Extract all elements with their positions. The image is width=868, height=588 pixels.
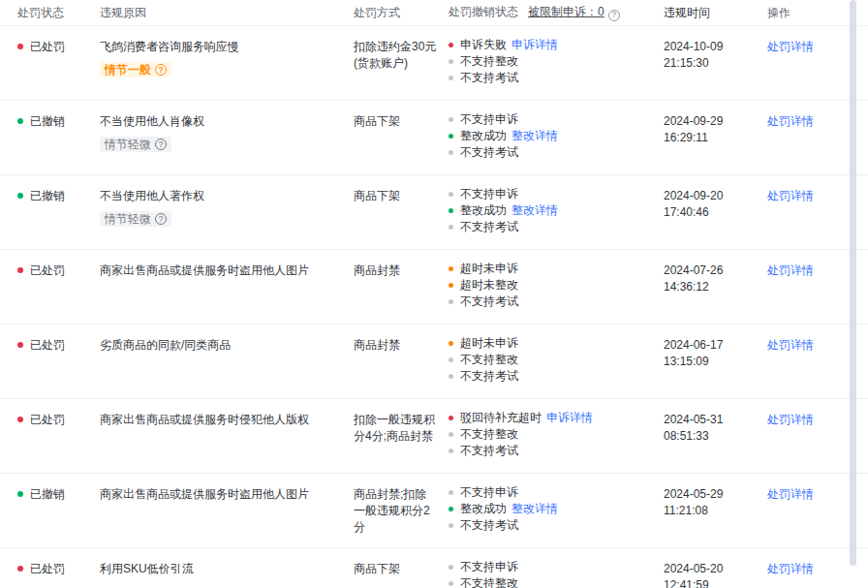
revoke-status-dot — [449, 416, 453, 420]
table-row: 已处罚 商家出售商品或提供服务时侵犯他人版权 扣除一般违规积分4分;商品封禁 驳… — [0, 399, 868, 474]
revoke-status-item: 不支持申诉 — [449, 188, 652, 201]
revoke-detail-link[interactable]: 整改详情 — [512, 503, 558, 515]
violation-reason-cell: 利用SKU低价引流 — [100, 548, 354, 588]
revoke-status-dot — [449, 225, 453, 230]
revoke-status-item: 超时未整改 — [449, 279, 652, 292]
violation-reason: 商家出售商品或提供服务时盗用他人图片 — [100, 263, 342, 279]
violation-reason-cell: 商家出售商品或提供服务时盗用他人图片 — [100, 474, 354, 547]
revoke-status-dot — [449, 150, 453, 155]
penalty-detail-link[interactable]: 处罚详情 — [767, 114, 814, 128]
revoke-status-label: 不支持申诉 — [460, 561, 518, 573]
status-dot — [17, 267, 23, 273]
revoke-status-dot — [449, 341, 453, 346]
status-label: 已撤销 — [30, 487, 65, 501]
penalty-detail-link[interactable]: 处罚详情 — [767, 562, 814, 575]
table-header: 处罚状态 违规原因 处罚方式 处罚撤销状态被限制申诉：0? 违规时间 操作 — [0, 0, 868, 26]
revoke-status-item: 申诉失败申诉详情 — [449, 39, 652, 51]
restricted-appeal-link[interactable]: 被限制申诉：0 — [528, 5, 604, 18]
revoke-status-dot — [449, 581, 453, 586]
penalty-method: 商品下架 — [354, 175, 449, 249]
penalty-detail-link[interactable]: 处罚详情 — [767, 338, 814, 352]
revoke-detail-link[interactable]: 申诉详情 — [512, 39, 558, 51]
penalty-detail-link[interactable]: 处罚详情 — [767, 487, 814, 501]
revoke-status-label: 不支持申诉 — [460, 188, 518, 201]
status-label: 已撤销 — [30, 189, 65, 202]
penalty-method: 扣除一般违规积分4分;商品封禁 — [354, 399, 449, 473]
table-row: 已处罚 利用SKU低价引流 商品下架 不支持申诉不支持整改不支持考试 2024-… — [0, 548, 868, 588]
penalty-status-cell: 已处罚 — [0, 250, 100, 324]
penalty-status-cell: 已处罚 — [0, 26, 100, 100]
severity-tag-label: 情节轻微 — [105, 213, 151, 225]
revoke-status-item: 不支持考试 — [449, 370, 652, 383]
violation-time: 2024-07-26 14:36:12 — [664, 250, 767, 324]
revoke-status-label: 不支持申诉 — [460, 486, 518, 499]
revoke-status-dot — [449, 208, 453, 213]
revoke-status-label: 整改成功 — [460, 503, 507, 515]
penalty-detail-link[interactable]: 处罚详情 — [767, 189, 814, 202]
violation-reason: 不当使用他人著作权 — [100, 188, 342, 204]
violation-time: 2024-09-29 16:29:11 — [664, 101, 767, 174]
penalty-method: 商品封禁 — [354, 325, 449, 398]
revoke-status-dot — [449, 76, 453, 80]
vertical-scrollbar-thumb[interactable] — [850, 0, 856, 566]
violation-time: 2024-05-31 08:51:33 — [664, 399, 767, 473]
revoke-status-item: 超时未申诉 — [449, 263, 652, 275]
info-icon[interactable]: ? — [608, 10, 620, 21]
revoke-detail-link[interactable]: 整改详情 — [512, 204, 558, 217]
penalty-method: 商品封禁 — [354, 250, 449, 324]
revoke-status-dot — [449, 266, 453, 271]
revoke-status-item: 不支持申诉 — [449, 561, 652, 573]
violation-time: 2024-06-17 13:15:09 — [664, 325, 767, 398]
status-dot — [17, 193, 23, 199]
revoke-status-label: 不支持考试 — [460, 146, 518, 159]
table-row: 已处罚 飞鸽消费者咨询服务响应慢 情节一般? 扣除违约金30元(货款账户) 申诉… — [0, 26, 868, 101]
revoke-status-label: 不支持整改 — [460, 428, 518, 441]
revoke-status-cell: 不支持申诉整改成功整改详情不支持考试 — [449, 175, 664, 249]
col-header-penalty-status: 处罚状态 — [0, 5, 100, 21]
violation-reason-cell: 商家出售商品或提供服务时侵犯他人版权 — [100, 399, 354, 473]
revoke-status-label: 不支持考试 — [460, 221, 518, 233]
penalty-method: 商品下架 — [354, 101, 449, 174]
revoke-status-dot — [449, 490, 453, 495]
revoke-detail-link[interactable]: 整改详情 — [512, 130, 558, 142]
revoke-detail-link[interactable]: 申诉详情 — [546, 412, 593, 424]
violation-reason: 商家出售商品或提供服务时盗用他人图片 — [100, 486, 342, 503]
severity-tag-label: 情节一般 — [105, 64, 151, 76]
violation-reason: 不当使用他人肖像权 — [100, 113, 342, 130]
revoke-status-label: 驳回待补充超时 — [460, 412, 542, 424]
revoke-status-cell: 不支持申诉整改成功整改详情不支持考试 — [449, 474, 664, 547]
severity-tag: 情节一般? — [100, 62, 171, 77]
penalty-status-cell: 已处罚 — [0, 325, 100, 398]
status-dot — [17, 417, 23, 422]
revoke-status-label: 申诉失败 — [460, 39, 507, 51]
violation-reason-cell: 不当使用他人肖像权 情节轻微? — [100, 101, 354, 174]
col-header-penalty-method: 处罚方式 — [354, 5, 449, 21]
question-circle-icon[interactable]: ? — [155, 139, 167, 150]
question-circle-icon[interactable]: ? — [155, 213, 167, 225]
status-label: 已处罚 — [30, 40, 65, 53]
penalty-detail-link[interactable]: 处罚详情 — [767, 40, 814, 53]
violation-reason-cell: 飞鸽消费者咨询服务响应慢 情节一般? — [100, 26, 354, 100]
revoke-status-list: 不支持申诉不支持整改不支持考试 — [449, 561, 652, 588]
penalty-detail-link[interactable]: 处罚详情 — [767, 413, 814, 426]
revoke-status-dot — [449, 507, 453, 511]
revoke-status-dot — [449, 117, 453, 122]
revoke-status-list: 申诉失败申诉详情不支持整改不支持考试 — [449, 39, 652, 84]
status-label: 已处罚 — [30, 413, 65, 426]
col-header-revoke-status: 处罚撤销状态被限制申诉：0? — [449, 4, 664, 21]
revoke-status-dot — [449, 374, 453, 379]
revoke-status-item: 驳回待补充超时申诉详情 — [449, 412, 652, 424]
revoke-status-item: 不支持考试 — [449, 146, 652, 159]
question-circle-icon[interactable]: ? — [155, 64, 167, 76]
severity-tag: 情节轻微? — [100, 211, 171, 227]
status-dot — [17, 491, 23, 497]
revoke-status-item: 整改成功整改详情 — [449, 130, 652, 142]
penalty-status-cell: 已撤销 — [0, 474, 100, 547]
revoke-status-dot — [449, 565, 453, 570]
violation-time: 2024-10-09 21:15:30 — [664, 26, 767, 100]
revoke-status-cell: 申诉失败申诉详情不支持整改不支持考试 — [449, 26, 664, 100]
revoke-status-dot — [449, 523, 453, 528]
penalty-detail-link[interactable]: 处罚详情 — [767, 263, 814, 277]
status-label: 已处罚 — [30, 263, 65, 277]
revoke-status-cell: 不支持申诉整改成功整改详情不支持考试 — [449, 101, 664, 174]
